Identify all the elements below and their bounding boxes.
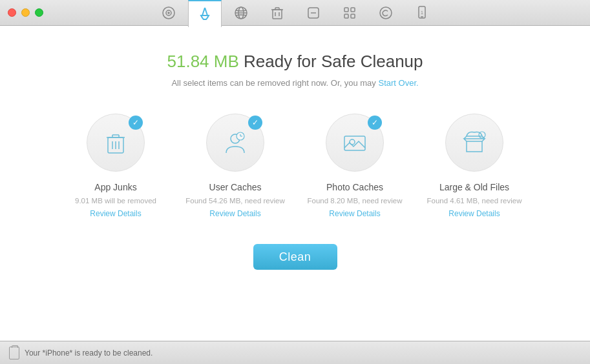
photo-caches-icon-wrapper[interactable]: ✓: [326, 114, 384, 172]
tab-apps[interactable]: [333, 0, 366, 26]
subtitle: All select items can be removed right no…: [171, 78, 418, 88]
large-old-files-icon-wrapper[interactable]: [445, 114, 503, 172]
apps-icon: [342, 6, 357, 20]
tab-trash[interactable]: [260, 0, 294, 26]
tab-device[interactable]: 1: [405, 0, 439, 26]
app-junks-review-link[interactable]: Review Details: [90, 209, 141, 218]
uninstall-icon: [306, 6, 321, 20]
large-old-files-name: Large & Old Files: [439, 182, 509, 192]
tab-bar: 1: [152, 0, 439, 25]
maximize-button[interactable]: [35, 8, 43, 17]
main-title: 51.84 MB Ready for Safe Cleanup: [167, 52, 423, 72]
user-caches-icon-wrapper[interactable]: ✓: [206, 114, 264, 172]
svg-rect-19: [351, 8, 355, 12]
category-user-caches: ✓ User Caches Found 54.26 MB, need revie…: [185, 114, 286, 218]
svg-rect-9: [273, 10, 282, 19]
title-suffix: Ready for Safe Cleanup: [239, 52, 423, 71]
subtitle-prefix: All select items can be removed right no…: [171, 78, 378, 88]
status-text: Your *iPhone* is ready to be cleaned.: [25, 349, 153, 358]
tab-uninstall[interactable]: [297, 0, 330, 26]
app-junks-icon-wrapper[interactable]: ✓: [87, 114, 145, 172]
category-photo-caches: ✓ Photo Caches Found 8.20 MB, need revie…: [305, 114, 405, 218]
device-icon: 1: [415, 6, 429, 20]
trash-icon: [270, 6, 284, 20]
window-controls: [0, 8, 43, 17]
svg-line-3: [202, 8, 205, 15]
app-junks-icon: [100, 127, 131, 158]
tab-internet[interactable]: [224, 0, 258, 26]
user-caches-desc: Found 54.26 MB, need review: [185, 196, 284, 206]
app-junks-desc: 9.01 MB will be removed: [75, 196, 156, 206]
photo-caches-review-link[interactable]: Review Details: [329, 209, 380, 218]
globe-icon: [234, 6, 248, 20]
svg-rect-18: [344, 8, 348, 12]
photo-caches-desc: Found 8.20 MB, need review: [307, 196, 402, 206]
photo-caches-check: ✓: [368, 116, 382, 130]
user-caches-icon: [220, 127, 251, 158]
category-app-junks: ✓ App Junks 9.01 MB will be removed Revi…: [66, 114, 166, 218]
tab-cleanup[interactable]: [188, 0, 222, 27]
photo-caches-name: Photo Caches: [326, 182, 383, 192]
status-bar: Your *iPhone* is ready to be cleaned.: [0, 341, 590, 364]
svg-rect-20: [344, 14, 348, 18]
broom-icon: [197, 6, 213, 22]
clean-button[interactable]: Clean: [253, 244, 337, 270]
categories: ✓ App Junks 9.01 MB will be removed Revi…: [66, 114, 525, 218]
large-old-files-review-link[interactable]: Review Details: [448, 209, 500, 218]
size-highlight: 51.84 MB: [167, 52, 238, 71]
main-content: 51.84 MB Ready for Safe Cleanup All sele…: [0, 26, 590, 341]
svg-text:1: 1: [421, 10, 423, 15]
app-junks-check: ✓: [129, 116, 143, 130]
title-bar: 1: [0, 0, 590, 26]
large-old-files-desc: Found 4.61 MB, need review: [427, 196, 522, 206]
app-junks-name: App Junks: [94, 182, 136, 192]
svg-rect-21: [351, 14, 355, 18]
svg-line-4: [205, 8, 207, 15]
user-caches-review-link[interactable]: Review Details: [209, 209, 260, 218]
tab-copyright[interactable]: [369, 0, 403, 26]
close-button[interactable]: [8, 8, 16, 17]
minimize-button[interactable]: [21, 8, 30, 17]
start-over-link[interactable]: Start Over.: [378, 78, 418, 88]
tab-privacy[interactable]: [152, 0, 185, 26]
privacy-icon: [162, 6, 176, 20]
phone-icon: [9, 347, 19, 359]
copyright-icon: [379, 6, 393, 20]
photo-caches-icon: [339, 127, 370, 158]
category-large-old-files: Large & Old Files Found 4.61 MB, need re…: [425, 114, 525, 218]
user-caches-check: ✓: [248, 116, 262, 130]
svg-point-2: [168, 12, 169, 14]
large-old-files-icon: [459, 127, 490, 158]
user-caches-name: User Caches: [209, 182, 262, 192]
svg-point-22: [380, 7, 392, 19]
